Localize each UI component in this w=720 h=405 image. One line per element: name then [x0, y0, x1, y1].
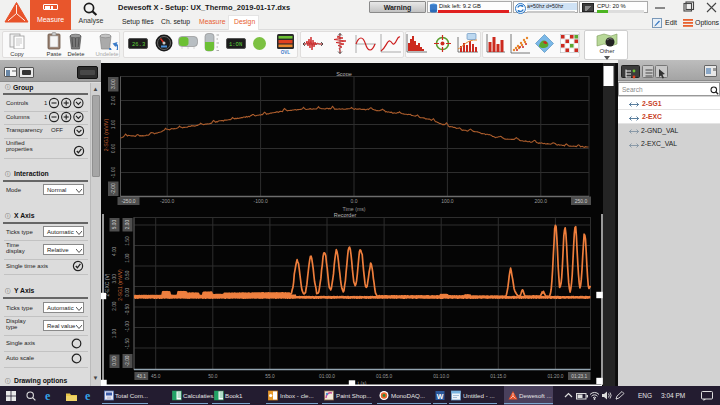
svg-text:200.0: 200.0 — [535, 198, 548, 204]
svg-text:-250.0: -250.0 — [121, 198, 135, 204]
svg-text:250.0: 250.0 — [575, 198, 588, 204]
svg-text:01:05.0: 01:05.0 — [376, 374, 392, 379]
svg-text:3.00: 3.00 — [110, 79, 116, 89]
svg-text:OVL: OVL — [281, 50, 291, 55]
svg-text:0.00: 0.00 — [112, 356, 117, 366]
svg-text:5.00: 5.00 — [112, 220, 117, 230]
svg-text:2.00: 2.00 — [125, 220, 130, 230]
svg-text:01:20.0: 01:20.0 — [547, 374, 563, 379]
svg-text:1.00: 1.00 — [110, 119, 116, 129]
svg-text:0.0: 0.0 — [351, 198, 358, 204]
svg-text:50.0: 50.0 — [208, 374, 218, 379]
svg-text:01:00.0: 01:00.0 — [319, 374, 335, 379]
svg-text:1.50: 1.50 — [125, 236, 130, 246]
svg-text:1.00: 1.00 — [125, 253, 130, 263]
svg-text:2-SG1 (mV/V): 2-SG1 (mV/V) — [103, 118, 109, 151]
svg-text:2.00: 2.00 — [110, 95, 116, 105]
svg-text:Recorder: Recorder — [334, 212, 357, 218]
svg-text:-100.0: -100.0 — [254, 198, 268, 204]
svg-text:43.1: 43.1 — [137, 374, 147, 379]
svg-text:1.00: 1.00 — [112, 329, 117, 339]
svg-text:01:23.1: 01:23.1 — [571, 374, 587, 379]
svg-text:2.00: 2.00 — [112, 301, 117, 311]
svg-text:-0.50: -0.50 — [125, 304, 130, 315]
svg-text:W: W — [437, 393, 444, 400]
svg-text:-1.00: -1.00 — [110, 167, 116, 179]
svg-text:-2.00: -2.00 — [125, 355, 130, 366]
svg-text:-1.50: -1.50 — [125, 338, 130, 349]
svg-text:0.50: 0.50 — [125, 270, 130, 280]
svg-text:4.00: 4.00 — [112, 246, 117, 256]
svg-text:-1.00: -1.00 — [125, 321, 130, 332]
svg-text:55.0: 55.0 — [265, 374, 275, 379]
svg-text:01:10.0: 01:10.0 — [433, 374, 449, 379]
svg-text:01:15.0: 01:15.0 — [490, 374, 506, 379]
svg-text:0.00: 0.00 — [110, 143, 116, 153]
svg-text:0.00: 0.00 — [125, 287, 130, 297]
svg-text:-200.0: -200.0 — [160, 198, 174, 204]
svg-text:-2.00: -2.00 — [110, 183, 116, 195]
svg-text:100.0: 100.0 — [441, 198, 454, 204]
svg-text:2-SG1 (mV/V): 2-SG1 (mV/V) — [117, 269, 123, 301]
svg-text:45.0: 45.0 — [151, 374, 161, 379]
